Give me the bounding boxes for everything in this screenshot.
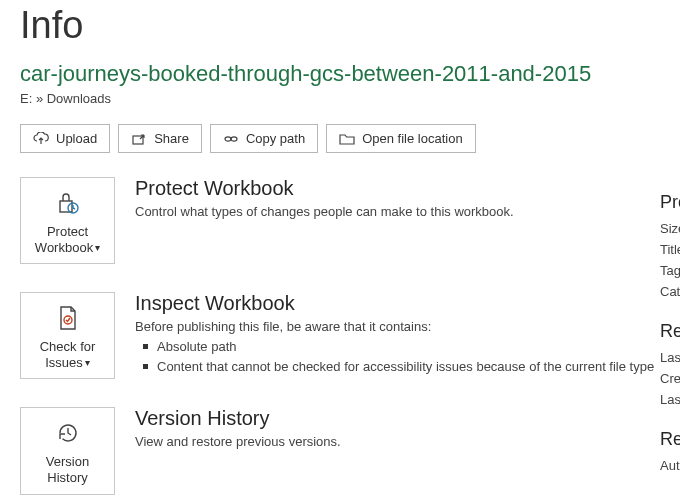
copy-path-icon	[223, 132, 239, 146]
version-history-tile[interactable]: Version History	[20, 407, 115, 494]
protect-title: Protect Workbook	[135, 177, 660, 200]
chevron-down-icon: ▾	[85, 357, 90, 369]
check-doc-icon	[55, 303, 81, 333]
protect-tile-label: Protect Workbook	[35, 224, 93, 255]
protect-section: Protect Workbook▾ Protect Workbook Contr…	[20, 177, 660, 264]
upload-button[interactable]: Upload	[20, 124, 110, 153]
prop-title: Title	[660, 242, 680, 257]
protect-desc: Control what types of changes people can…	[135, 204, 660, 219]
prop-last-printed: Last Printed	[660, 392, 680, 407]
history-icon	[55, 418, 81, 448]
version-history-label: Version History	[46, 454, 89, 485]
svg-point-1	[225, 136, 231, 140]
history-section: Version History Version History View and…	[20, 407, 660, 494]
chevron-down-icon: ▾	[95, 242, 100, 254]
inspect-desc: Before publishing this file, be aware th…	[135, 319, 660, 334]
share-button[interactable]: Share	[118, 124, 202, 153]
open-location-label: Open file location	[362, 131, 462, 146]
share-label: Share	[154, 131, 189, 146]
folder-icon	[339, 132, 355, 146]
inspect-bullets: Absolute path Content that cannot be che…	[135, 338, 660, 375]
prop-last-modified: Last Modified	[660, 350, 680, 365]
prop-size: Size	[660, 221, 680, 236]
copy-path-button[interactable]: Copy path	[210, 124, 318, 153]
check-issues-tile[interactable]: Check for Issues▾	[20, 292, 115, 379]
protect-workbook-tile[interactable]: Protect Workbook▾	[20, 177, 115, 264]
history-desc: View and restore previous versions.	[135, 434, 660, 449]
list-item: Absolute path	[157, 338, 660, 356]
svg-rect-3	[60, 201, 72, 212]
upload-label: Upload	[56, 131, 97, 146]
history-title: Version History	[135, 407, 660, 430]
inspect-section: Check for Issues▾ Inspect Workbook Befor…	[20, 292, 660, 379]
prop-category: Category	[660, 284, 680, 299]
share-icon	[131, 132, 147, 146]
properties-panel: Properties Size Title Tags Category Rela…	[660, 192, 680, 495]
copy-path-label: Copy path	[246, 131, 305, 146]
file-name: car-journeys-booked-through-gcs-between-…	[20, 61, 660, 87]
properties-heading: Properties	[660, 192, 680, 213]
open-location-button[interactable]: Open file location	[326, 124, 475, 153]
toolbar: Upload Share Copy path Open file locatio…	[20, 124, 660, 153]
page-title: Info	[20, 4, 660, 47]
upload-icon	[33, 132, 49, 146]
prop-tags: Tags	[660, 263, 680, 278]
related-people-heading: Related People	[660, 429, 680, 450]
svg-point-2	[231, 136, 237, 140]
related-dates-heading: Related Dates	[660, 321, 680, 342]
lock-icon	[54, 188, 82, 218]
prop-author: Author	[660, 458, 680, 473]
file-path: E: » Downloads	[20, 91, 660, 106]
inspect-title: Inspect Workbook	[135, 292, 660, 315]
list-item: Content that cannot be checked for acces…	[157, 358, 660, 376]
prop-created: Created	[660, 371, 680, 386]
